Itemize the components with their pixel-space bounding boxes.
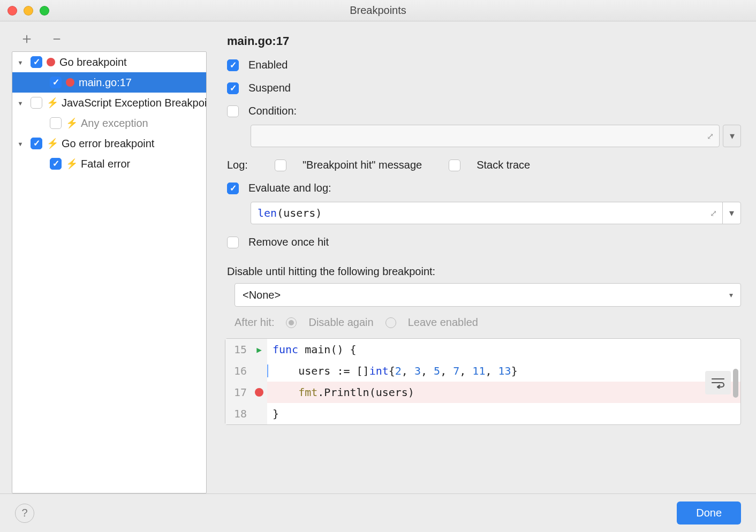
checkbox-suspend[interactable] [227, 82, 239, 94]
line-number: 17 [225, 382, 251, 403]
checkbox-condition[interactable] [227, 105, 239, 117]
close-window-icon[interactable] [7, 6, 17, 16]
suspend-label: Suspend [248, 82, 291, 94]
tree-group-go-error[interactable]: ⚡ Go error breakpoint [12, 133, 206, 154]
exception-icon: ⚡ [66, 117, 78, 129]
chevron-down-icon[interactable] [16, 98, 25, 107]
code-line-17[interactable]: 17 fmt.Println(users) [225, 382, 740, 403]
checkbox-evaluate-log[interactable] [227, 183, 239, 194]
code-line-16[interactable]: 16 users := []int{2, 3, 5, 7, 11, 13} [225, 360, 740, 382]
condition-history-button[interactable] [723, 125, 741, 147]
disable-until-value: <None> [243, 289, 729, 301]
code-line-18[interactable]: 18 } [225, 403, 740, 424]
checkbox-log-bp-hit[interactable] [275, 159, 286, 171]
line-number: 18 [225, 403, 251, 424]
radio-leave-enabled-label: Leave enabled [408, 316, 478, 329]
checkbox-main-go-17[interactable] [50, 77, 62, 88]
chevron-down-icon [729, 291, 733, 299]
breakpoints-sidebar: ＋ － Go breakpoint main.go:17 ⚡ [0, 21, 218, 493]
details-title: main.go:17 [227, 34, 741, 48]
remove-once-hit-label: Remove once hit [248, 236, 329, 248]
after-hit-row: After hit: Disable again Leave enabled [235, 316, 741, 329]
evaluate-text[interactable]: len(users) [251, 207, 705, 219]
checkbox-enabled[interactable] [227, 59, 239, 71]
exception-icon: ⚡ [47, 138, 58, 149]
run-gutter-icon[interactable]: ▶ [256, 345, 262, 355]
enabled-label: Enabled [248, 59, 288, 71]
breakpoint-details: main.go:17 Enabled Suspend Condition: Lo… [218, 21, 756, 493]
code-preview: 15 ▶ func main() { 16 users := []int{2, … [225, 338, 741, 425]
tree-group-js-exception[interactable]: ⚡ JavaScript Exception Breakpoints [12, 93, 206, 113]
log-bp-hit-label: "Breakpoint hit" message [303, 159, 422, 171]
radio-disable-again[interactable] [286, 317, 297, 328]
log-stack-label: Stack trace [477, 159, 530, 171]
tree-group-go[interactable]: Go breakpoint [12, 52, 206, 72]
add-breakpoint-button[interactable]: ＋ [19, 31, 34, 46]
tree-item-main-go-17[interactable]: main.go:17 [12, 72, 206, 93]
checkbox-fatal-error[interactable] [50, 158, 62, 170]
breakpoint-gutter-icon[interactable] [255, 388, 263, 397]
breakpoint-icon [47, 58, 55, 66]
after-hit-label: After hit: [235, 316, 274, 329]
condition-label: Condition: [248, 105, 297, 117]
radio-leave-enabled[interactable] [385, 317, 396, 328]
checkbox-goerr-group[interactable] [31, 138, 42, 149]
checkbox-any-exception[interactable] [50, 117, 62, 129]
expand-icon[interactable] [705, 208, 722, 218]
evaluate-input[interactable]: len(users) [251, 202, 741, 224]
help-button[interactable]: ? [15, 504, 34, 523]
window-title: Breakpoints [350, 4, 406, 17]
soft-wrap-button[interactable] [705, 371, 731, 394]
tree-label: JavaScript Exception Breakpoints [62, 97, 206, 109]
disable-until-label: Disable until hitting the following brea… [227, 265, 741, 278]
sidebar-toolbar: ＋ － [0, 31, 218, 51]
disable-until-select[interactable]: <None> [235, 283, 741, 307]
radio-disable-again-label: Disable again [308, 316, 373, 329]
tree-label: Go error breakpoint [62, 138, 154, 150]
expand-icon[interactable] [701, 131, 719, 141]
evaluate-log-label: Evaluate and log: [248, 182, 331, 194]
breakpoints-tree[interactable]: Go breakpoint main.go:17 ⚡ JavaScript Ex… [12, 51, 207, 493]
dialog-footer: ? Done [0, 493, 756, 532]
chevron-down-icon[interactable] [16, 58, 25, 66]
tree-label: Fatal error [81, 158, 130, 170]
tree-item-fatal-error[interactable]: ⚡ Fatal error [12, 154, 206, 174]
checkbox-remove-once-hit[interactable] [227, 237, 239, 248]
tree-label: main.go:17 [79, 77, 132, 89]
exception-icon: ⚡ [66, 158, 78, 170]
remove-breakpoint-button[interactable]: － [49, 31, 64, 46]
breakpoint-icon [66, 78, 74, 87]
line-number: 15 [225, 339, 251, 360]
line-number: 16 [225, 360, 251, 382]
chevron-down-icon[interactable] [16, 139, 25, 148]
scrollbar-thumb[interactable] [733, 369, 738, 398]
checkbox-go-group[interactable] [31, 56, 42, 68]
minimize-window-icon[interactable] [24, 6, 33, 16]
log-label: Log: [227, 159, 248, 171]
tree-item-any-exception[interactable]: ⚡ Any exception [12, 113, 206, 133]
window-controls [7, 6, 49, 16]
tree-label: Go breakpoint [59, 56, 127, 69]
checkbox-js-group[interactable] [31, 97, 42, 109]
checkbox-log-stack[interactable] [449, 159, 460, 171]
title-bar: Breakpoints [0, 0, 756, 21]
tree-label: Any exception [81, 117, 148, 130]
exception-icon: ⚡ [47, 97, 58, 109]
evaluate-history-button[interactable] [722, 202, 740, 224]
done-button[interactable]: Done [677, 501, 741, 525]
code-line-15[interactable]: 15 ▶ func main() { [225, 339, 740, 360]
condition-input[interactable] [251, 125, 720, 147]
zoom-window-icon[interactable] [40, 6, 49, 16]
